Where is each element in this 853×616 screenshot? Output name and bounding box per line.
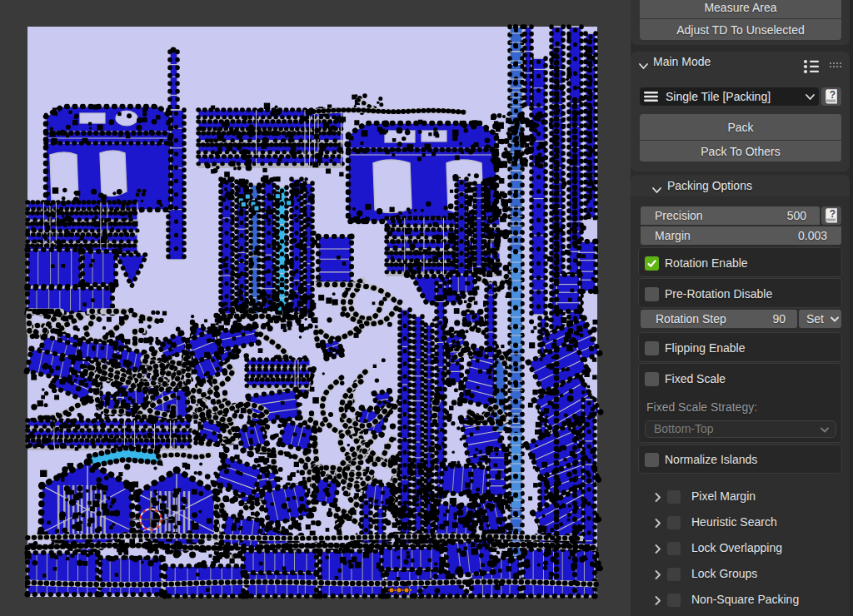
svg-text:?: ? bbox=[830, 89, 836, 101]
svg-text:?: ? bbox=[830, 208, 836, 220]
